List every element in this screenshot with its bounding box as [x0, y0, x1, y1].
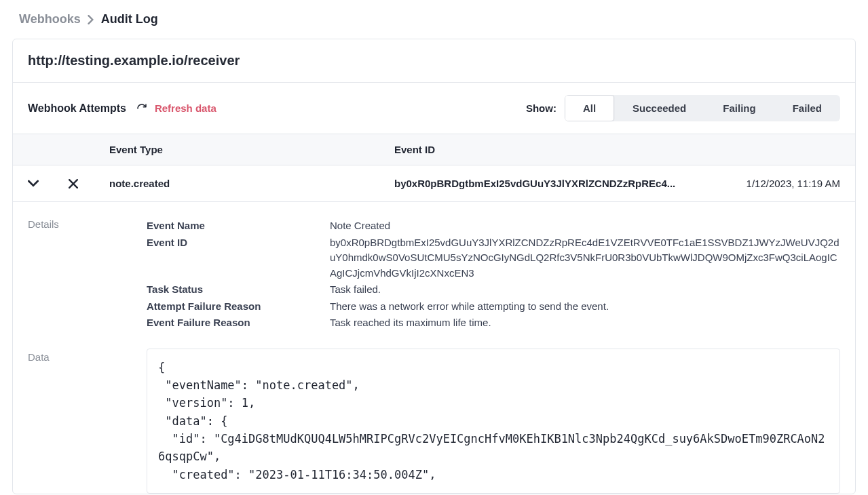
cell-timestamp: 1/12/2023, 11:19 AM	[704, 178, 840, 189]
data-heading: Data	[28, 349, 147, 494]
audit-log-card: http://testing.example.io/receiver Webho…	[12, 39, 856, 494]
toolbar: Webhook Attempts Refresh data Show: All …	[13, 83, 855, 134]
filter-all[interactable]: All	[565, 95, 614, 121]
payload-code[interactable]: { "eventName": "note.created", "version"…	[147, 349, 840, 494]
field-label-event-failure-reason: Event Failure Reason	[147, 315, 330, 331]
field-value-attempt-failure-reason: There was a network error while attempti…	[330, 299, 840, 315]
data-panel: Data { "eventName": "note.created", "ver…	[13, 342, 855, 494]
filter-failing[interactable]: Failing	[704, 95, 774, 121]
refresh-icon[interactable]	[136, 102, 148, 115]
col-header-event-type: Event Type	[109, 144, 394, 155]
cell-event-id: by0xR0pBRDgtbmExI25vdGUuY3JlYXRlZCNDZzRp…	[394, 178, 704, 189]
col-header-event-id: Event ID	[394, 144, 704, 155]
endpoint-url: http://testing.example.io/receiver	[28, 53, 840, 68]
refresh-data-link[interactable]: Refresh data	[155, 102, 216, 114]
breadcrumb-current: Audit Log	[101, 12, 158, 26]
card-header: http://testing.example.io/receiver	[13, 39, 855, 83]
field-value-event-name: Note Created	[330, 218, 840, 234]
breadcrumb: Webhooks Audit Log	[12, 12, 856, 26]
breadcrumb-parent[interactable]: Webhooks	[19, 12, 81, 26]
field-label-event-id: Event ID	[147, 235, 330, 281]
table-header-row: Event Type Event ID	[13, 134, 855, 165]
field-value-task-status: Task failed.	[330, 282, 840, 298]
field-value-event-failure-reason: Task reached its maximum life time.	[330, 315, 840, 331]
field-label-attempt-failure-reason: Attempt Failure Reason	[147, 299, 330, 315]
attempts-heading: Webhook Attempts	[28, 102, 126, 115]
field-label-event-name: Event Name	[147, 218, 330, 234]
show-label: Show:	[526, 102, 556, 114]
table-row[interactable]: note.created by0xR0pBRDgtbmExI25vdGUuY3J…	[13, 165, 855, 202]
details-heading: Details	[28, 218, 147, 332]
details-panel: Details Event Name Note Created Event ID…	[13, 202, 855, 342]
filter-failed[interactable]: Failed	[774, 95, 840, 121]
expand-toggle-icon[interactable]	[28, 178, 69, 189]
field-value-event-id: by0xR0pBRDgtbmExI25vdGUuY3JlYXRlZCNDZzRp…	[330, 235, 840, 281]
filter-succeeded[interactable]: Succeeded	[614, 95, 704, 121]
status-failed-icon	[69, 179, 109, 189]
chevron-right-icon	[88, 15, 94, 24]
filter-segmented: All Succeeded Failing Failed	[565, 95, 840, 121]
field-label-task-status: Task Status	[147, 282, 330, 298]
cell-event-type: note.created	[109, 178, 394, 189]
